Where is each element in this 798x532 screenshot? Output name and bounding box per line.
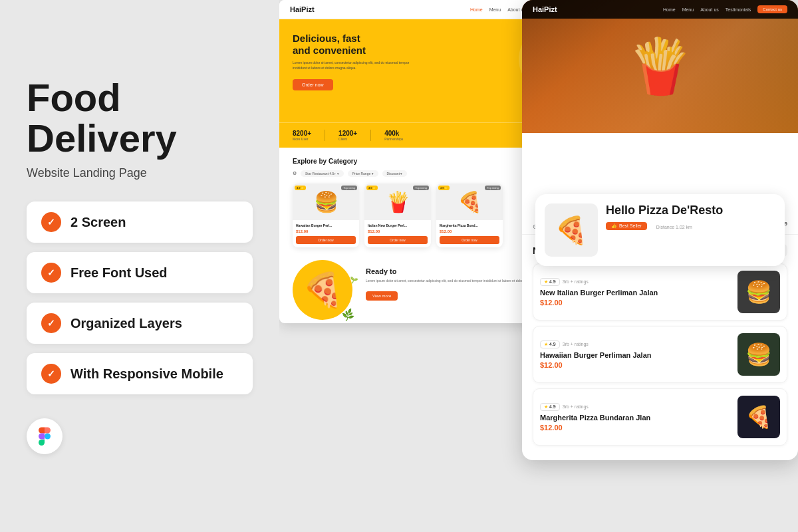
feature-item-mobile: ✓ With Responsive Mobile: [27, 353, 253, 394]
figma-logo: [27, 418, 63, 454]
food-order-1[interactable]: Order now: [296, 236, 356, 244]
figma-icon: [35, 427, 54, 446]
filter-star[interactable]: Star Restaurant 4.5+ ▾: [301, 170, 344, 177]
desktop-stat-partnerships: 400k Partnerships: [384, 130, 403, 141]
mobile-item-rating-row-1: ★ 4.9 3rb + ratings: [540, 278, 731, 286]
mobile-nav-links: Home Menu About us Testimonials Contact …: [663, 5, 787, 13]
mobile-item-info-1: ★ 4.9 3rb + ratings New Italian Burger P…: [540, 278, 731, 307]
mobile-hero-image: 🍟 HaiPizt Home Menu About us Testimonial…: [522, 0, 798, 133]
food-img-3: 🍕 4.9⭐ Top rating: [436, 184, 503, 220]
mobile-card-info: Hello Pizza De'Resto 👍 Best Seller Dista…: [606, 203, 775, 233]
stat-partnerships-label: Partnerships: [384, 137, 403, 141]
desktop-nav-brand: HaiPizt: [290, 5, 315, 13]
mobile-item-info-3: ★ 4.9 3rb + ratings Margherita Pizza Bun…: [540, 403, 731, 432]
right-panel: HaiPizt Home Menu About us Testimonials …: [279, 0, 798, 532]
feature-list: ✓ 2 Screen ✓ Free Font Used ✓ Organized …: [27, 201, 253, 394]
desktop-stat-users: 8200+ More User: [293, 130, 311, 141]
mobile-menu-item-2: ★ 4.9 3rb + ratings Hawaiian Burger Perl…: [533, 326, 787, 383]
subtitle: Website Landing Page: [27, 166, 253, 180]
mobile-nav-about[interactable]: About us: [700, 7, 719, 12]
mobile-card-distance: Distance 1.02 km: [656, 225, 692, 229]
desktop-nav-home[interactable]: Home: [470, 7, 483, 12]
food-name-2: Italian New Burger Perl...: [368, 223, 428, 227]
mobile-menu-item-3: ★ 4.9 3rb + ratings Margherita Pizza Bun…: [533, 388, 787, 446]
mobile-item-reviews-1: 3rb + ratings: [563, 279, 589, 284]
food-card-3: 🍕 4.9⭐ Top rating Margherita Pizza Bund.…: [436, 184, 503, 247]
food-rating-1: Top rating: [341, 186, 357, 190]
check-icon-mobile: ✓: [41, 364, 61, 384]
mobile-item-name-3: Margherita Pizza Bundaran Jlan: [540, 414, 731, 422]
food-name-1: Hawaiian Burger Perl...: [296, 223, 356, 227]
feature-label-mobile: With Responsive Mobile: [70, 366, 223, 382]
food-order-3[interactable]: Order now: [440, 236, 499, 244]
mobile-nav-menu[interactable]: Menu: [682, 7, 694, 12]
food-info-3: Margherita Pizza Bund... $12.00 Order no…: [436, 220, 503, 247]
mobile-item-rating-row-2: ★ 4.9 3rb + ratings: [540, 340, 731, 348]
food-badge-2: 4.9⭐: [366, 186, 378, 190]
mobile-item-price-3: $12.00: [540, 424, 731, 432]
filter-icon: ⚙: [293, 171, 297, 176]
food-rating-3: Top rating: [485, 186, 501, 190]
filter-price[interactable]: Price Range ▾: [348, 170, 378, 177]
desktop-nav-menu[interactable]: Menu: [489, 7, 501, 12]
food-card-2: 🍟 4.9⭐ Top rating Italian New Burger Per…: [364, 184, 431, 247]
food-price-2: $12.00: [368, 229, 428, 233]
mobile-card-meta: 👍 Best Seller Distance 1.02 km: [606, 222, 775, 233]
stat-clients-label: Client: [338, 137, 357, 141]
food-price-1: $12.00: [296, 229, 356, 233]
food-card-1: 🍔 4.9⭐ Top rating Hawaiian Burger Perl..…: [293, 184, 359, 247]
mobile-nav-testimonials[interactable]: Testimonials: [726, 7, 751, 12]
stat-clients-num: 1200+: [338, 130, 357, 137]
food-price-3: $12.00: [440, 229, 499, 233]
check-icon-layers: ✓: [41, 313, 61, 333]
mobile-nav-home[interactable]: Home: [663, 7, 676, 12]
mobile-item-price-2: $12.00: [540, 361, 731, 369]
food-order-2[interactable]: Order now: [368, 236, 428, 244]
food-badge-1: 4.9⭐: [295, 186, 306, 190]
mobile-restaurant-card: 🍕 Hello Pizza De'Resto 👍 Best Seller Dis…: [535, 194, 785, 266]
category-title: Explore by Category: [293, 158, 357, 165]
feature-label-layers: Organized Layers: [70, 316, 182, 331]
stat-sep-1: [325, 130, 325, 141]
food-info-1: Hawaiian Burger Perl... $12.00 Order now: [293, 220, 359, 247]
mobile-item-name-1: New Italian Burger Perliman Jalan: [540, 289, 731, 297]
mobile-menu-item-1: ★ 4.9 3rb + ratings New Italian Burger P…: [533, 263, 787, 321]
ready-cta[interactable]: View more: [366, 291, 398, 301]
mobile-item-reviews-3: 3rb + ratings: [563, 404, 589, 409]
stat-partnerships-num: 400k: [384, 130, 403, 137]
mobile-item-rating-2: ★ 4.9: [540, 340, 560, 348]
desktop-stat-clients: 1200+ Client: [338, 130, 357, 141]
mobile-item-rating-1: ★ 4.9: [540, 278, 560, 286]
food-info-2: Italian New Burger Perl... $12.00 Order …: [364, 220, 431, 247]
mobile-item-rating-3: ★ 4.9: [540, 403, 560, 411]
mobile-mockup: 🍟 HaiPizt Home Menu About us Testimonial…: [522, 0, 798, 460]
feature-label-screen: 2 Screen: [70, 215, 126, 230]
mobile-nav-brand: HaiPizt: [533, 5, 557, 13]
stat-sep-2: [370, 130, 371, 141]
food-img-2: 🍟 4.9⭐ Top rating: [364, 184, 431, 220]
mobile-item-image-1: 🍔: [737, 271, 780, 313]
desktop-hero-body: Lorem ipsum dolor sit amet, consectetur …: [293, 61, 412, 70]
mobile-nav: HaiPizt Home Menu About us Testimonials …: [522, 0, 798, 19]
mobile-best-seller-badge: 👍 Best Seller: [606, 222, 647, 230]
food-badge-3: 4.9⭐: [438, 186, 450, 190]
mobile-item-rating-row-3: ★ 4.9 3rb + ratings: [540, 403, 731, 411]
filter-discount[interactable]: Discount ▾: [382, 170, 408, 177]
food-rating-2: Top rating: [413, 186, 429, 190]
card-overlap-area: 🍕 Hello Pizza De'Resto 👍 Best Seller Dis…: [522, 133, 798, 213]
mobile-food-visual: 🍟: [627, 35, 694, 98]
desktop-hero-cta[interactable]: Order now: [293, 79, 333, 90]
main-title: Food Delivery: [27, 78, 253, 159]
mobile-item-name-2: Hawaiian Burger Perliman Jalan: [540, 351, 731, 359]
stat-users-num: 8200+: [293, 130, 311, 137]
stat-users-label: More User: [293, 137, 311, 141]
left-panel: Food Delivery Website Landing Page ✓ 2 S…: [0, 0, 279, 532]
mobile-card-title: Hello Pizza De'Resto: [606, 203, 775, 218]
food-img-1: 🍔 4.9⭐ Top rating: [293, 184, 359, 220]
mobile-nav-cta[interactable]: Contact us: [757, 5, 787, 13]
feature-item-layers: ✓ Organized Layers: [27, 303, 253, 344]
mobile-item-image-2: 🍔: [737, 333, 780, 376]
mobile-card-image: 🍕: [545, 203, 598, 257]
check-icon-screen: ✓: [41, 212, 61, 232]
feature-item-font: ✓ Free Font Used: [27, 252, 253, 293]
